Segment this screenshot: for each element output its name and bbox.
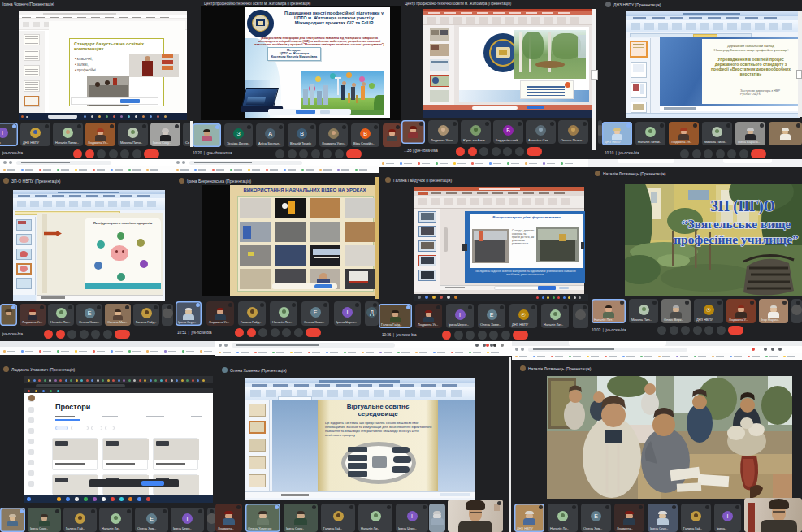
svg-text:ЗП (ІІГ)О: ЗП (ІІГ)О bbox=[710, 198, 774, 215]
svg-text:професійне училище”: професійне училище” bbox=[674, 232, 799, 246]
svg-text:“Звягельське вище: “Звягельське вище bbox=[682, 217, 791, 231]
